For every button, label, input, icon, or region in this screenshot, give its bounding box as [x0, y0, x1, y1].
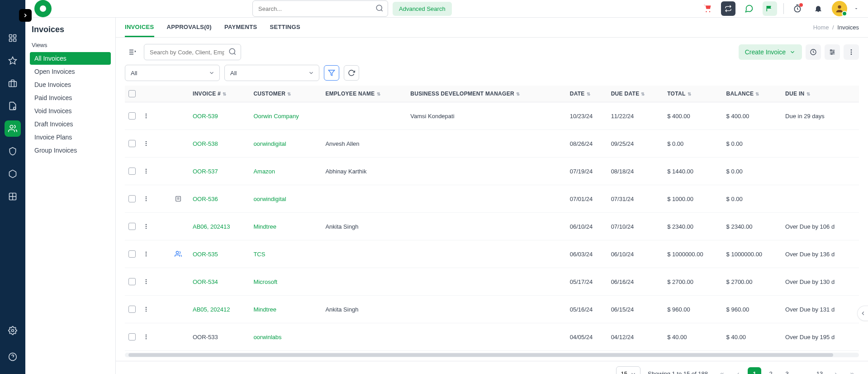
row-menu-icon[interactable]	[143, 216, 149, 236]
invoice-link[interactable]: OOR-536	[193, 196, 218, 202]
rail-shield-icon[interactable]	[5, 143, 21, 159]
row-checkbox[interactable]	[128, 333, 136, 340]
swap-icon[interactable]	[721, 1, 735, 16]
row-checkbox[interactable]	[128, 223, 136, 230]
user-avatar[interactable]	[832, 1, 847, 16]
chevron-down-icon[interactable]	[854, 6, 859, 11]
customer-link[interactable]: Microsoft	[253, 278, 277, 285]
select-all-checkbox[interactable]	[128, 90, 136, 97]
sidebar-item[interactable]: Group Invoices	[30, 144, 111, 157]
filter-select-2[interactable]: All	[224, 65, 319, 81]
rail-apps-icon[interactable]	[5, 30, 21, 46]
sidebar-item[interactable]: Draft Invoices	[30, 118, 111, 130]
column-header[interactable]: DUE DATE⇅	[607, 86, 664, 102]
page-size-select[interactable]: 15	[616, 366, 640, 374]
whatsapp-icon[interactable]	[742, 1, 756, 16]
page-button[interactable]: 1	[748, 367, 761, 374]
rail-settings-icon[interactable]	[5, 322, 21, 339]
horizontal-scrollbar[interactable]	[125, 353, 859, 357]
invoice-link[interactable]: OOR-539	[193, 113, 218, 120]
row-menu-icon[interactable]	[143, 244, 149, 264]
breadcrumb-home[interactable]: Home	[813, 24, 829, 31]
row-checkbox[interactable]	[128, 250, 136, 258]
page-button[interactable]: 13	[813, 367, 826, 374]
row-menu-icon[interactable]	[143, 106, 149, 126]
column-header[interactable]: EMPLOYEE NAME⇅	[322, 86, 407, 102]
invoice-link[interactable]: OOR-538	[193, 140, 218, 147]
row-checkbox[interactable]	[128, 278, 136, 285]
columns-icon[interactable]	[125, 45, 139, 59]
sidebar-item[interactable]: Invoice Plans	[30, 131, 111, 144]
filter-icon[interactable]	[324, 65, 339, 81]
filter-select-1[interactable]: All	[125, 65, 220, 81]
sidebar-item[interactable]: Paid Invoices	[30, 91, 111, 104]
row-menu-icon[interactable]	[143, 272, 149, 292]
column-header[interactable]: INVOICE #⇅	[189, 86, 250, 102]
sidebar-item[interactable]: Open Invoices	[30, 65, 111, 78]
column-header[interactable]: BUSINESS DEVELOPMENT MANAGER⇅	[407, 86, 566, 102]
more-icon[interactable]	[844, 44, 859, 60]
table-wrap[interactable]: INVOICE #⇅CUSTOMER⇅EMPLOYEE NAME⇅BUSINES…	[116, 86, 868, 351]
customer-link[interactable]: Mindtree	[253, 306, 276, 313]
row-menu-icon[interactable]	[143, 134, 149, 153]
cart-icon[interactable]	[700, 1, 715, 16]
app-logo[interactable]	[34, 0, 52, 17]
rail-window-icon[interactable]	[5, 188, 21, 205]
page-first[interactable]: «	[715, 367, 729, 374]
rail-box-icon[interactable]	[5, 166, 21, 182]
row-checkbox[interactable]	[128, 112, 136, 120]
column-header[interactable]: DUE IN⇅	[782, 86, 859, 102]
row-menu-icon[interactable]	[143, 327, 149, 347]
flag-icon[interactable]	[763, 1, 777, 16]
invoice-link[interactable]: OOR-537	[193, 168, 218, 175]
create-invoice-button[interactable]: Create Invoice	[739, 44, 802, 60]
page-button[interactable]: 2	[764, 367, 778, 374]
page-button[interactable]: 3	[780, 367, 794, 374]
customer-link[interactable]: Amazon	[253, 168, 275, 175]
advanced-search-button[interactable]: Advanced Search	[393, 2, 452, 16]
customer-link[interactable]: TCS	[253, 251, 265, 258]
customer-link[interactable]: Oorwin Company	[253, 113, 299, 120]
tab[interactable]: SETTINGS	[270, 18, 300, 37]
tab[interactable]: PAYMENTS	[224, 18, 257, 37]
refresh-icon[interactable]	[344, 65, 359, 81]
tab[interactable]: INVOICES	[125, 18, 154, 37]
column-header[interactable]: CUSTOMER⇅	[250, 86, 322, 102]
sliders-icon[interactable]	[825, 44, 840, 60]
row-checkbox[interactable]	[128, 306, 136, 313]
rail-users-icon[interactable]	[5, 120, 21, 137]
page-last[interactable]: »	[845, 367, 859, 374]
column-header[interactable]: TOTAL⇅	[664, 86, 722, 102]
row-checkbox[interactable]	[128, 195, 136, 202]
customer-link[interactable]: oorwindigital	[253, 196, 286, 202]
row-menu-icon[interactable]	[143, 161, 149, 181]
invoice-link[interactable]: OOR-533	[193, 334, 218, 340]
page-prev[interactable]: ‹	[731, 367, 745, 374]
row-menu-icon[interactable]	[143, 189, 149, 209]
sidebar-item[interactable]: Due Invoices	[30, 78, 111, 91]
sync-icon[interactable]	[806, 44, 821, 60]
table-search-input[interactable]	[144, 44, 241, 60]
bell-icon[interactable]	[811, 1, 825, 16]
invoice-link[interactable]: AB06, 202413	[193, 223, 230, 230]
global-search-input[interactable]	[252, 0, 388, 17]
sidebar-item[interactable]: All Invoices	[30, 52, 111, 65]
invoice-link[interactable]: OOR-535	[193, 251, 218, 258]
customer-link[interactable]: oorwindigital	[253, 140, 286, 147]
column-header[interactable]: BALANCE⇅	[723, 86, 782, 102]
expand-toggle[interactable]	[19, 9, 32, 22]
rail-briefcase-icon[interactable]	[5, 75, 21, 91]
row-checkbox[interactable]	[128, 140, 136, 147]
rail-document-icon[interactable]	[5, 98, 21, 114]
customer-link[interactable]: oorwinlabs	[253, 334, 281, 340]
tab[interactable]: APPROVALS(0)	[167, 18, 212, 37]
timer-icon[interactable]	[790, 1, 805, 16]
row-menu-icon[interactable]	[143, 299, 149, 319]
rail-star-icon[interactable]	[5, 53, 21, 69]
row-checkbox[interactable]	[128, 168, 136, 175]
customer-link[interactable]: Mindtree	[253, 223, 276, 230]
column-header[interactable]: DATE⇅	[566, 86, 607, 102]
invoice-link[interactable]: OOR-534	[193, 278, 218, 285]
invoice-link[interactable]: AB05, 202412	[193, 306, 230, 313]
sidebar-item[interactable]: Void Invoices	[30, 105, 111, 117]
